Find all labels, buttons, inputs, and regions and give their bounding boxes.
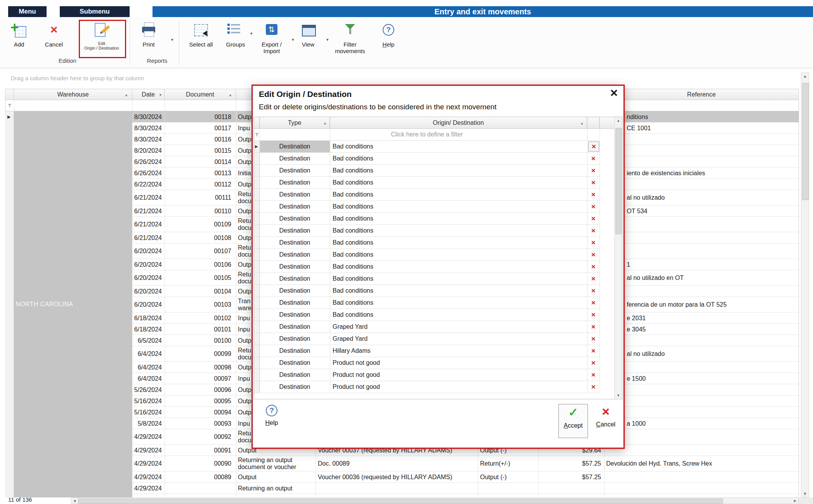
delete-row-button[interactable]: ×: [588, 166, 598, 175]
ribbon-group-edition: Edition: [29, 57, 106, 64]
dialog-help-button[interactable]: ? Help: [260, 405, 284, 426]
scroll-up-icon[interactable]: ▲: [801, 74, 809, 78]
dialog-row[interactable]: DestinationHillary Adams×: [254, 345, 600, 357]
selected-row-pointer-icon: ▶: [255, 144, 258, 148]
filter-movements-button[interactable]: Filter movements: [329, 22, 371, 54]
view-button[interactable]: View: [289, 22, 327, 48]
groups-dropdown-arrow-icon[interactable]: ▾: [250, 31, 253, 36]
dialog-row-indicator: [254, 177, 260, 188]
dialog-origin-cell: Bad conditions: [330, 237, 587, 249]
main-horizontal-scrollbar[interactable]: ◄ ►: [71, 497, 799, 504]
movement-cell: Output (-): [478, 471, 538, 483]
dialog-row[interactable]: DestinationProduct not good×: [254, 381, 600, 393]
dialog-row[interactable]: DestinationBad conditions×: [254, 177, 600, 189]
edit-origin-destination-button[interactable]: Edit Origin / Destination: [80, 22, 123, 50]
dialog-close-icon[interactable]: ✕: [610, 87, 618, 99]
dialog-row[interactable]: ▶DestinationBad conditions×: [254, 141, 600, 153]
horizontal-scroll-thumb[interactable]: [78, 499, 723, 504]
groups-button[interactable]: Groups: [217, 22, 254, 48]
delete-row-button[interactable]: ×: [588, 238, 598, 247]
dialog-row[interactable]: DestinationBad conditions×: [254, 249, 600, 261]
dialog-row[interactable]: DestinationBad conditions×: [254, 237, 600, 249]
accept-button[interactable]: ✓ Accept: [558, 404, 588, 438]
scroll-right-icon[interactable]: ►: [793, 499, 797, 503]
tab-menu[interactable]: Menu: [8, 6, 47, 17]
dialog-row[interactable]: DestinationBad conditions×: [254, 261, 600, 273]
reference-cell: [604, 445, 799, 456]
dialog-row-indicator: [254, 321, 260, 333]
main-vertical-scrollbar[interactable]: ▲ ▼: [801, 72, 809, 497]
scroll-up-icon[interactable]: ▲: [615, 119, 622, 123]
column-header-warehouse[interactable]: Warehouse: [14, 89, 132, 100]
filter-label-line2: movements: [329, 48, 371, 54]
delete-row-button[interactable]: ×: [588, 154, 598, 163]
dialog-origin-cell: Bad conditions: [330, 309, 587, 321]
help-button-toolbar[interactable]: ? Help: [370, 22, 407, 48]
delete-row-button[interactable]: ×: [588, 250, 598, 259]
export-dropdown-arrow-icon[interactable]: ▾: [292, 37, 294, 42]
delete-row-button[interactable]: ×: [588, 298, 598, 307]
select-all-button[interactable]: Select all: [182, 22, 220, 48]
scroll-down-icon[interactable]: ▼: [615, 394, 622, 397]
dialog-type-cell: Destination: [260, 285, 330, 297]
reference-cell: [604, 335, 799, 346]
dialog-row[interactable]: DestinationBad conditions×: [254, 153, 600, 165]
delete-row-button[interactable]: ×: [588, 346, 598, 356]
dialog-row[interactable]: DestinationBad conditions×: [254, 213, 600, 225]
dialog-row[interactable]: DestinationGraped Yard×: [254, 321, 600, 333]
delete-row-button[interactable]: ×: [588, 322, 598, 331]
dialog-row[interactable]: DestinationBad conditions×: [254, 201, 600, 213]
column-header-reference[interactable]: Reference: [604, 89, 799, 100]
warehouse-group-cell[interactable]: NORTH CAROLINA: [14, 111, 132, 497]
reference-cell: [604, 429, 799, 445]
scroll-down-icon[interactable]: ▼: [801, 492, 809, 496]
delete-row-button[interactable]: ×: [588, 178, 598, 187]
document-cell: 00113: [165, 167, 236, 179]
tab-submenu[interactable]: Submenu: [60, 6, 130, 17]
scroll-left-icon[interactable]: ◄: [73, 499, 76, 503]
delete-row-button[interactable]: ×: [588, 286, 598, 295]
print-dropdown-arrow-icon[interactable]: ▾: [171, 37, 173, 42]
view-dropdown-arrow-icon[interactable]: ▾: [326, 37, 329, 42]
delete-row-button[interactable]: ×: [588, 310, 598, 319]
delete-row-button[interactable]: ×: [588, 370, 598, 380]
delete-row-button[interactable]: ×: [588, 274, 598, 283]
delete-row-button[interactable]: ×: [588, 382, 598, 392]
delete-row-button[interactable]: ×: [588, 358, 598, 368]
dialog-scrollbar[interactable]: ▲ ▼: [614, 117, 622, 399]
dialog-row[interactable]: DestinationBad conditions×: [254, 225, 600, 237]
dialog-row-indicator: [254, 153, 260, 164]
vertical-scroll-thumb[interactable]: [802, 83, 809, 200]
cancel-button[interactable]: × Cancel: [35, 22, 73, 48]
document-cell: 00097: [165, 373, 236, 384]
delete-row-button[interactable]: ×: [588, 190, 598, 199]
delete-row-button[interactable]: ×: [588, 214, 598, 223]
dialog-row[interactable]: DestinationProduct not good×: [254, 357, 600, 369]
delete-row-button[interactable]: ×: [588, 202, 598, 211]
delete-row-button[interactable]: ×: [588, 334, 598, 343]
cancel-dialog-button[interactable]: × Cancel: [592, 405, 620, 428]
document-cell: 00090: [165, 456, 236, 471]
dialog-row[interactable]: DestinationBad conditions×: [254, 165, 600, 177]
dialog-row[interactable]: DestinationGraped Yard×: [254, 333, 600, 345]
delete-row-button[interactable]: ×: [588, 226, 598, 235]
date-cell: 4/29/2024: [132, 456, 165, 471]
filter-dropdown-icon[interactable]: ▼: [159, 93, 162, 97]
add-button[interactable]: + Add: [0, 22, 38, 48]
export-import-button[interactable]: ⇅ Export / Import: [253, 22, 290, 54]
delete-row-button[interactable]: ×: [588, 142, 599, 152]
dialog-row[interactable]: DestinationProduct not good×: [254, 369, 600, 381]
groups-icon: [227, 22, 244, 39]
dialog-scroll-thumb[interactable]: [615, 128, 622, 234]
dialog-row[interactable]: DestinationBad conditions×: [254, 189, 600, 201]
ribbon-group-reports: Reports: [118, 57, 196, 64]
print-button[interactable]: Print: [130, 22, 167, 48]
dialog-origin-cell: Hillary Adams: [330, 345, 587, 357]
dialog-row[interactable]: DestinationBad conditions×: [254, 297, 600, 309]
dialog-row[interactable]: DestinationBad conditions×: [254, 309, 600, 321]
dialog-row[interactable]: DestinationBad conditions×: [254, 273, 600, 285]
column-header-document[interactable]: Document: [165, 89, 236, 100]
amount-cell: $57.25: [538, 456, 604, 471]
dialog-row[interactable]: DestinationBad conditions×: [254, 285, 600, 297]
delete-row-button[interactable]: ×: [588, 262, 598, 271]
